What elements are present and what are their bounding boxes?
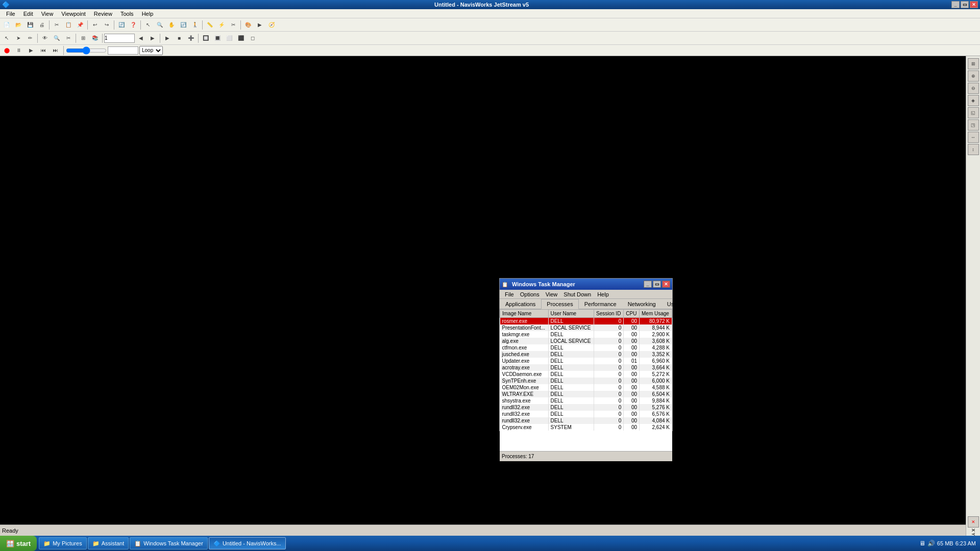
menu-help[interactable]: Help <box>138 10 158 18</box>
table-row[interactable]: alg.exeLOCAL SERVICE0003,608 K <box>500 338 672 344</box>
tb-refresh[interactable]: 🔄 <box>116 19 127 31</box>
table-row[interactable]: ctfmon.exeDELL0004,288 K <box>500 344 672 351</box>
table-row[interactable]: Crypserv.exeSYSTEM0002,624 K <box>500 424 672 431</box>
tab-performance[interactable]: Performance <box>579 299 622 309</box>
tb-save[interactable]: 💾 <box>24 19 36 31</box>
tb-nav[interactable]: 🧭 <box>266 19 277 31</box>
tb3-pause[interactable]: ⏸ <box>13 45 24 56</box>
tb-anim[interactable]: ▶ <box>254 19 265 31</box>
timeline-select[interactable]: Loop Once <box>139 46 163 55</box>
rs-btn-2[interactable]: ⊕ <box>968 70 979 82</box>
table-row[interactable]: acrotray.exeDELL0003,664 K <box>500 364 672 371</box>
tab-networking[interactable]: Networking <box>622 299 662 309</box>
table-row[interactable]: shsystra.exeDELL0009,884 K <box>500 397 672 404</box>
table-row[interactable]: rosmer.exeDELL00080,972 K <box>500 318 672 325</box>
tb2-clip[interactable]: ✂ <box>63 33 74 44</box>
tb2-nav5[interactable]: ◻ <box>247 33 258 44</box>
tb2-nav2[interactable]: 🔳 <box>212 33 223 44</box>
tb2-nav1[interactable]: 🔲 <box>200 33 211 44</box>
tm-menu-view[interactable]: View <box>543 290 561 298</box>
col-cpu[interactable]: CPU <box>624 310 640 318</box>
tb2-prev[interactable]: ◀ <box>135 33 146 44</box>
col-session-id[interactable]: Session ID <box>594 310 624 318</box>
table-row[interactable]: rundll32.exeDELL0006,576 K <box>500 411 672 417</box>
rs-btn-3[interactable]: ⊖ <box>968 83 979 94</box>
tb2-play[interactable]: ▶ <box>162 33 173 44</box>
tb2-next[interactable]: ▶ <box>147 33 158 44</box>
col-mem-usage[interactable]: Mem Usage <box>640 310 672 318</box>
menu-review[interactable]: Review <box>90 10 116 18</box>
col-image-name[interactable]: Image Name <box>500 310 549 318</box>
timeline-slider[interactable] <box>66 46 107 55</box>
tab-processes[interactable]: Processes <box>541 299 578 309</box>
tm-close-btn[interactable]: ✕ <box>662 281 670 288</box>
tb-measure[interactable]: 📏 <box>204 19 215 31</box>
tb2-eye[interactable]: 👁 <box>39 33 51 44</box>
tb3-prev2[interactable]: ⏮ <box>38 45 49 56</box>
tb-zoom[interactable]: 🔍 <box>154 19 165 31</box>
rs-btn-close[interactable]: ✕ <box>968 516 979 528</box>
tm-process-table-container[interactable]: Image Name User Name Session ID CPU Mem … <box>500 309 672 451</box>
tab-applications[interactable]: Applications <box>500 299 541 309</box>
menu-view[interactable]: View <box>37 10 58 18</box>
tb-orbit[interactable]: 🔃 <box>178 19 189 31</box>
table-row[interactable]: OEM02Mon.exeDELL0004,588 K <box>500 384 672 391</box>
table-row[interactable]: WLTRAY.EXEDELL0006,504 K <box>500 391 672 397</box>
tb-new[interactable]: 📄 <box>1 19 12 31</box>
tb-paste[interactable]: 📌 <box>75 19 86 31</box>
table-row[interactable]: rundll32.exeDELL0004,084 K <box>500 417 672 424</box>
table-row[interactable]: jusched.exeDELL0003,352 K <box>500 351 672 358</box>
rs-btn-7[interactable]: ↔ <box>968 132 979 143</box>
tb2-grid[interactable]: ⊞ <box>78 33 89 44</box>
tm-minimize-btn[interactable]: _ <box>644 281 652 288</box>
tb-render[interactable]: 🎨 <box>242 19 254 31</box>
tb-clash[interactable]: ⚡ <box>216 19 227 31</box>
tb2-stop[interactable]: ■ <box>174 33 185 44</box>
tb-help[interactable]: ❓ <box>128 19 139 31</box>
tb-walk[interactable]: 🚶 <box>189 19 201 31</box>
tb3-next2[interactable]: ⏭ <box>50 45 61 56</box>
rs-btn-1[interactable]: ⊞ <box>968 58 979 69</box>
tm-menu-options[interactable]: Options <box>517 290 543 298</box>
table-row[interactable]: Updater.exeDELL0016,960 K <box>500 358 672 364</box>
tb-cut[interactable]: ✂ <box>51 19 62 31</box>
tb2-nav4[interactable]: ⬛ <box>235 33 247 44</box>
taskbar-assistant[interactable]: 📁 Assistant <box>88 537 129 549</box>
menu-file[interactable]: File <box>2 10 19 18</box>
tb-print[interactable]: 🖨 <box>36 19 47 31</box>
rs-btn-5[interactable]: ◱ <box>968 107 979 118</box>
start-button[interactable]: 🪟 start <box>0 536 37 551</box>
table-row[interactable]: VCDDaemon.exeDELL0005,272 K <box>500 371 672 378</box>
taskbar-task-manager[interactable]: 📋 Windows Task Manager <box>130 537 208 549</box>
table-row[interactable]: rundll32.exeDELL0005,276 K <box>500 404 672 411</box>
tb-copy[interactable]: 📋 <box>63 19 74 31</box>
tm-restore-btn[interactable]: ▭ <box>653 281 661 288</box>
table-row[interactable]: taskmgr.exeDELL0002,900 K <box>500 331 672 338</box>
tb3-play2[interactable]: ▶ <box>26 45 37 56</box>
rs-btn-6[interactable]: ◳ <box>968 119 979 131</box>
col-user-name[interactable]: User Name <box>548 310 594 318</box>
tb-section[interactable]: ✂ <box>228 19 239 31</box>
tb2-pencil[interactable]: ✏ <box>24 33 36 44</box>
tb-redo[interactable]: ↪ <box>101 19 112 31</box>
rs-btn-8[interactable]: ↕ <box>968 144 979 155</box>
timeline-input[interactable] <box>108 46 138 55</box>
tb2-select[interactable]: ↖ <box>1 33 12 44</box>
tab-users[interactable]: Users <box>662 299 688 309</box>
tm-menu-file[interactable]: File <box>502 290 517 298</box>
tb2-pointer[interactable]: ➤ <box>13 33 24 44</box>
tm-menu-help[interactable]: Help <box>594 290 612 298</box>
tb-select[interactable]: ↖ <box>142 19 154 31</box>
tb2-magnify[interactable]: 🔍 <box>51 33 62 44</box>
menu-tools[interactable]: Tools <box>116 10 138 18</box>
tb2-plus[interactable]: ➕ <box>185 33 197 44</box>
menu-viewpoint[interactable]: Viewpoint <box>57 10 90 18</box>
navisworks-close-btn[interactable]: ✕ <box>970 1 978 8</box>
navisworks-restore-btn[interactable]: ▭ <box>961 1 969 8</box>
navisworks-minimize-btn[interactable]: _ <box>951 1 960 8</box>
rs-btn-4[interactable]: ◈ <box>968 95 979 106</box>
tb-open[interactable]: 📂 <box>13 19 24 31</box>
taskbar-my-pictures[interactable]: 📁 My Pictures <box>39 537 86 549</box>
tm-menu-shutdown[interactable]: Shut Down <box>560 290 594 298</box>
scale-input[interactable] <box>104 34 135 43</box>
